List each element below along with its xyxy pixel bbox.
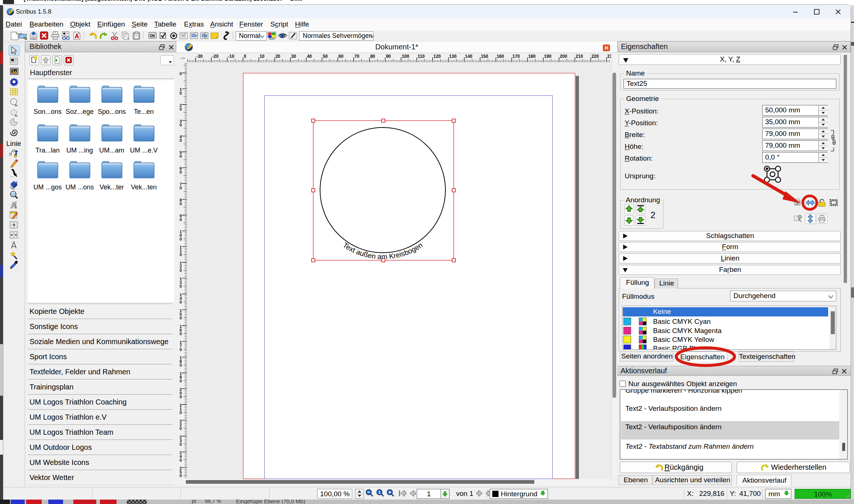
svg-text:1: 1 — [378, 490, 381, 494]
svg-text:180: 180 — [528, 54, 535, 59]
svg-text:Basic CMYK Yellow: Basic CMYK Yellow — [653, 336, 714, 343]
svg-text:0: 0 — [180, 237, 182, 241]
svg-text:0: 0 — [180, 252, 182, 257]
svg-text:UM ...gos: UM ...gos — [33, 183, 62, 191]
svg-text:120: 120 — [433, 54, 441, 59]
svg-text:0: 0 — [180, 186, 182, 190]
svg-text:150: 150 — [481, 54, 488, 59]
svg-text:0: 0 — [180, 363, 182, 367]
svg-text:0: 0 — [180, 217, 182, 222]
svg-text:0: 0 — [180, 268, 182, 273]
svg-text:210: 210 — [576, 54, 583, 59]
svg-text:70: 70 — [354, 54, 360, 59]
svg-text:Basic CMYK Cyan: Basic CMYK Cyan — [653, 318, 711, 325]
svg-text:Spo...ons: Spo...ons — [98, 108, 126, 115]
svg-text:30: 30 — [291, 54, 296, 59]
svg-text:220: 220 — [591, 54, 599, 59]
svg-text:0: 0 — [180, 202, 182, 206]
svg-text:130: 130 — [449, 54, 456, 59]
svg-text:-20: -20 — [212, 54, 219, 59]
svg-text:OK: OK — [150, 34, 156, 38]
svg-text:0: 0 — [180, 300, 182, 304]
svg-text:0: 0 — [180, 410, 182, 415]
svg-text:0: 0 — [180, 316, 182, 320]
svg-text:0: 0 — [180, 473, 182, 478]
svg-text:0: 0 — [180, 379, 182, 383]
svg-text:0: 0 — [180, 107, 182, 111]
svg-text:Soz...ege: Soz...ege — [66, 108, 94, 115]
svg-text:0: 0 — [180, 284, 182, 288]
svg-text:0: 0 — [180, 170, 182, 174]
svg-text:10: 10 — [260, 54, 265, 59]
svg-text:0: 0 — [180, 395, 182, 399]
svg-text:UM...am: UM...am — [99, 147, 124, 154]
svg-text:230: 230 — [607, 54, 611, 59]
svg-text:0: 0 — [180, 138, 182, 143]
svg-text:UM ...ons: UM ...ons — [65, 183, 94, 191]
svg-text:0: 0 — [180, 442, 182, 447]
svg-text:40: 40 — [307, 54, 312, 59]
svg-text:80: 80 — [370, 54, 375, 59]
svg-text:Son...ons: Son...ons — [34, 108, 62, 115]
svg-text:0: 0 — [180, 426, 182, 431]
svg-text:-10: -10 — [228, 54, 235, 59]
svg-text:60: 60 — [339, 54, 344, 59]
svg-text:0: 0 — [180, 332, 182, 336]
svg-text:0: 0 — [180, 347, 182, 352]
svg-text:190: 190 — [544, 54, 551, 59]
svg-text:0: 0 — [180, 71, 182, 76]
svg-text:Basic CMYK Magenta: Basic CMYK Magenta — [653, 327, 722, 335]
svg-text:20: 20 — [275, 54, 281, 59]
svg-text:160: 160 — [497, 54, 504, 59]
svg-text:170: 170 — [513, 54, 520, 59]
svg-text:0: 0 — [180, 458, 182, 462]
svg-text:110: 110 — [417, 54, 425, 59]
svg-text:UM ...ing: UM ...ing — [66, 147, 93, 154]
svg-text:Te...en: Te...en — [134, 108, 154, 115]
svg-text:0: 0 — [180, 154, 182, 158]
svg-text:Linie: Linie — [6, 140, 21, 147]
svg-text:0: 0 — [244, 54, 246, 59]
svg-text:Vek...ten: Vek...ten — [131, 183, 157, 191]
svg-text:Tra...lan: Tra...lan — [35, 147, 59, 154]
svg-text:90: 90 — [386, 54, 391, 59]
svg-text:0: 0 — [180, 91, 182, 95]
svg-text:-30: -30 — [196, 54, 203, 59]
svg-text:Vek...ter: Vek...ter — [100, 183, 124, 191]
svg-text:200: 200 — [560, 54, 567, 59]
svg-text:50: 50 — [323, 54, 328, 59]
svg-text:100: 100 — [402, 54, 409, 59]
svg-text:140: 140 — [465, 54, 472, 59]
svg-text:0: 0 — [180, 123, 182, 127]
svg-text:UM ...e.V: UM ...e.V — [130, 147, 157, 154]
